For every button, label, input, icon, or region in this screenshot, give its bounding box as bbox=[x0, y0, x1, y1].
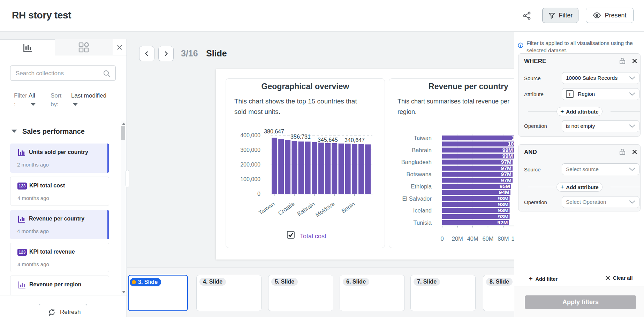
svg-text:100,000: 100,000 bbox=[240, 176, 260, 182]
svg-text:200,000: 200,000 bbox=[240, 162, 260, 168]
svg-text:Benin: Benin bbox=[340, 201, 356, 214]
svg-text:Bahrain: Bahrain bbox=[412, 147, 432, 153]
svg-text:Croatia: Croatia bbox=[277, 200, 296, 216]
svg-text:400,000: 400,000 bbox=[240, 132, 260, 138]
svg-text:El Salvador: El Salvador bbox=[402, 195, 432, 202]
svg-text:0: 0 bbox=[257, 191, 260, 197]
svg-text:97M: 97M bbox=[501, 171, 512, 177]
svg-text:94M: 94M bbox=[499, 189, 509, 195]
svg-text:97M: 97M bbox=[501, 159, 512, 165]
svg-text:Bahrain: Bahrain bbox=[296, 201, 316, 217]
svg-text:Taiwan: Taiwan bbox=[257, 201, 275, 216]
svg-text:Ethiopia: Ethiopia bbox=[411, 183, 432, 190]
svg-text:60M: 60M bbox=[482, 235, 493, 242]
svg-text:Botswana: Botswana bbox=[407, 171, 432, 177]
svg-text:380,647: 380,647 bbox=[264, 129, 284, 134]
svg-text:93M: 93M bbox=[498, 201, 508, 207]
svg-text:93M: 93M bbox=[498, 214, 508, 219]
svg-text:93M: 93M bbox=[498, 207, 508, 213]
svg-text:97M: 97M bbox=[501, 177, 512, 183]
svg-text:99M: 99M bbox=[502, 153, 513, 159]
svg-text:40M: 40M bbox=[467, 235, 478, 242]
svg-text:340,647: 340,647 bbox=[344, 137, 365, 143]
svg-text:Moldova: Moldova bbox=[314, 200, 336, 218]
svg-text:Iceland: Iceland bbox=[413, 207, 432, 214]
svg-text:Bangladesh: Bangladesh bbox=[401, 159, 432, 165]
svg-text:95M: 95M bbox=[500, 183, 510, 189]
svg-text:99M: 99M bbox=[502, 147, 513, 153]
svg-text:345,645: 345,645 bbox=[318, 137, 338, 143]
svg-text:92M: 92M bbox=[497, 219, 508, 225]
svg-text:356,731: 356,731 bbox=[290, 134, 311, 140]
svg-text:Total cost: Total cost bbox=[300, 233, 326, 240]
svg-text:Taiwan: Taiwan bbox=[414, 135, 432, 141]
svg-text:20M: 20M bbox=[452, 235, 463, 242]
svg-text:Tunisia: Tunisia bbox=[413, 219, 432, 226]
svg-text:93M: 93M bbox=[498, 195, 508, 201]
svg-text:97M: 97M bbox=[501, 165, 512, 171]
svg-text:80M: 80M bbox=[498, 235, 509, 242]
svg-text:0: 0 bbox=[440, 235, 444, 242]
svg-text:300,000: 300,000 bbox=[240, 147, 260, 153]
